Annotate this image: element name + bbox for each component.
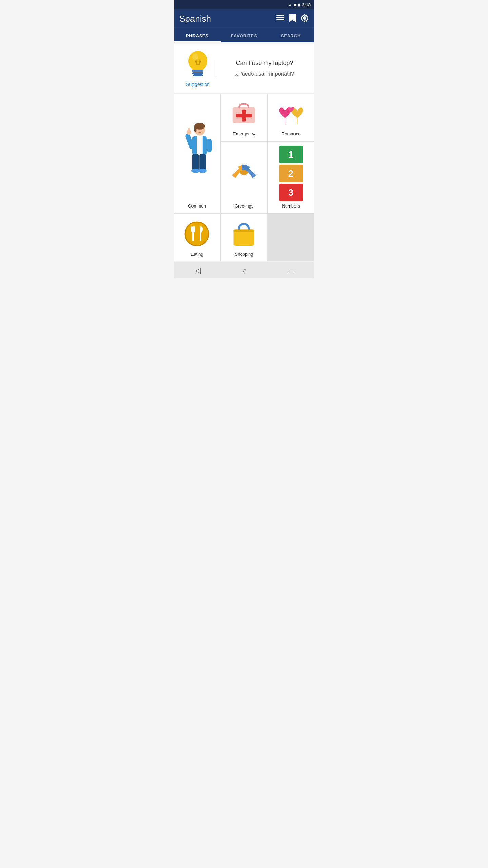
status-bar: ▲ ◼ ▮ 3:18 bbox=[174, 0, 314, 9]
svg-rect-4 bbox=[290, 16, 294, 16]
eating-label: Eating bbox=[191, 252, 203, 257]
romance-label: Romance bbox=[282, 131, 301, 136]
svg-point-8 bbox=[192, 53, 198, 60]
grid-item-eating[interactable]: Eating bbox=[174, 214, 220, 261]
svg-rect-43 bbox=[242, 165, 244, 170]
svg-rect-46 bbox=[191, 226, 192, 232]
signal-icon: ◼ bbox=[293, 3, 297, 7]
suggestion-icon-wrap: Suggestion bbox=[179, 49, 217, 87]
svg-rect-2 bbox=[276, 19, 284, 20]
header-actions bbox=[276, 14, 309, 24]
svg-rect-34 bbox=[242, 109, 246, 121]
shopping-label: Shopping bbox=[235, 252, 253, 257]
emergency-icon bbox=[224, 98, 265, 129]
suggestion-text-block: Can I use my laptop? ¿Puedo usar mi port… bbox=[217, 60, 309, 77]
number-tile-2: 2 bbox=[279, 165, 303, 182]
recents-button[interactable]: □ bbox=[289, 266, 293, 275]
svg-rect-9 bbox=[192, 70, 203, 72]
back-button[interactable]: ◁ bbox=[195, 266, 201, 275]
tab-favorites[interactable]: FAVORITES bbox=[221, 28, 267, 42]
svg-point-44 bbox=[185, 222, 209, 246]
svg-rect-47 bbox=[194, 226, 195, 232]
grid-item-common[interactable]: Common bbox=[174, 94, 220, 213]
grid-item-shopping[interactable]: Shopping bbox=[221, 214, 267, 261]
tab-bar: PHRASES FAVORITES SEARCH bbox=[174, 28, 314, 42]
bottom-nav: ◁ ○ □ bbox=[174, 262, 314, 278]
tab-phrases[interactable]: PHRASES bbox=[174, 28, 221, 42]
svg-point-30 bbox=[198, 129, 199, 130]
settings-icon[interactable] bbox=[301, 14, 309, 24]
list-icon[interactable] bbox=[276, 15, 284, 23]
grid-item-emergency[interactable]: Emergency bbox=[221, 94, 267, 141]
eating-icon bbox=[177, 218, 218, 250]
svg-rect-25 bbox=[188, 128, 190, 133]
shopping-icon bbox=[224, 218, 265, 250]
common-icon bbox=[177, 98, 218, 201]
status-time: 3:18 bbox=[302, 2, 311, 7]
grid-item-greetings[interactable]: Greetings bbox=[221, 142, 267, 213]
greetings-icon bbox=[224, 146, 265, 201]
greetings-label: Greetings bbox=[235, 203, 253, 209]
app-header: Spanish bbox=[174, 9, 314, 28]
svg-rect-11 bbox=[193, 74, 203, 76]
svg-rect-3 bbox=[282, 15, 284, 16]
svg-rect-50 bbox=[200, 226, 201, 241]
svg-rect-21 bbox=[197, 136, 203, 155]
svg-rect-10 bbox=[192, 72, 203, 74]
svg-point-28 bbox=[191, 169, 200, 173]
emergency-label: Emergency bbox=[233, 131, 255, 136]
number-tile-3: 3 bbox=[279, 184, 303, 201]
svg-point-31 bbox=[201, 129, 202, 130]
bookmark-icon[interactable] bbox=[289, 14, 296, 24]
suggestion-english: Can I use my laptop? bbox=[220, 60, 309, 67]
app-title: Spanish bbox=[179, 14, 211, 24]
number-tile-1: 1 bbox=[279, 146, 303, 163]
suggestion-spanish: ¿Puedo usar mi portátil? bbox=[220, 71, 309, 77]
home-button[interactable]: ○ bbox=[242, 266, 247, 275]
numbers-icon: 1 2 3 bbox=[270, 146, 311, 201]
grid-item-romance[interactable]: Romance bbox=[268, 94, 314, 141]
svg-point-29 bbox=[199, 169, 207, 173]
svg-rect-1 bbox=[276, 17, 284, 18]
suggestion-label: Suggestion bbox=[186, 82, 210, 87]
lightbulb-icon bbox=[184, 49, 211, 80]
tab-search[interactable]: SEARCH bbox=[267, 28, 314, 42]
common-label: Common bbox=[188, 203, 206, 209]
svg-rect-19 bbox=[194, 126, 196, 132]
suggestion-card[interactable]: Suggestion Can I use my laptop? ¿Puedo u… bbox=[174, 44, 314, 93]
svg-rect-49 bbox=[192, 232, 194, 241]
svg-point-7 bbox=[188, 51, 207, 71]
romance-icon bbox=[270, 98, 311, 129]
wifi-icon: ▲ bbox=[288, 3, 292, 7]
svg-rect-23 bbox=[207, 139, 212, 152]
battery-icon: ▮ bbox=[298, 3, 300, 7]
grid-item-numbers[interactable]: 1 2 3 Numbers bbox=[268, 142, 314, 213]
svg-rect-52 bbox=[234, 229, 254, 232]
numbers-label: Numbers bbox=[282, 203, 300, 209]
category-grid: Common Emergency bbox=[174, 94, 314, 261]
